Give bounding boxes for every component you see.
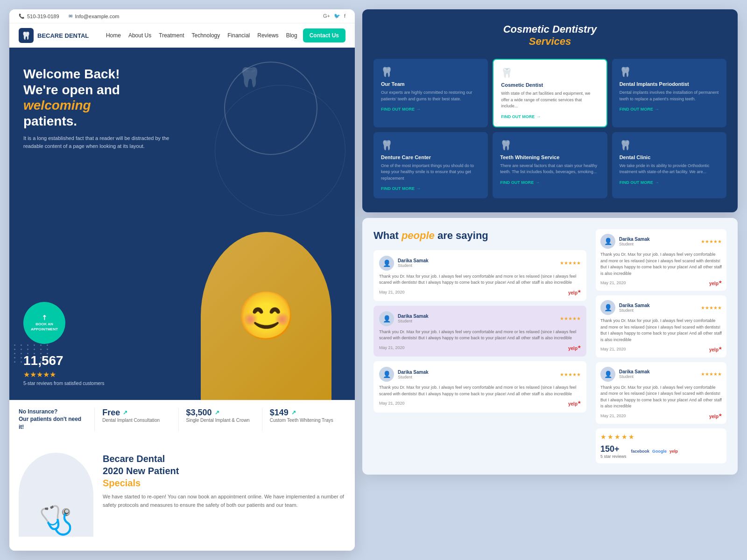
right-review-footer-2: May 21, 2020 yelp★ <box>600 413 722 419</box>
reviewer-role-2: Student <box>398 375 556 379</box>
yelp-badge-1: yelp★ <box>568 344 581 351</box>
service-icon-0: 🦷 <box>381 66 480 77</box>
info-free: Free ↗ Dental Implant Consultation <box>95 408 178 431</box>
hero-title-line3: patients. <box>23 114 77 128</box>
email-address: Info@example.com <box>75 14 120 19</box>
reviewer-info-2: Darika Samak Student <box>398 370 556 379</box>
nav-blog[interactable]: Blog <box>286 32 297 39</box>
nav-treatment[interactable]: Treatment <box>159 32 184 39</box>
info-free-desc: Dental Implant Consultation <box>102 418 170 423</box>
info-whitening-desc: Custom Teeth Whitening Trays <box>270 418 338 423</box>
reviewer-avatar-0: 👤 <box>379 256 394 271</box>
google-plus-link[interactable]: G+ <box>323 13 330 19</box>
service-text-5: We take pride in its ability to provide … <box>620 163 719 175</box>
info-implant: $3,500 ↗ Single Dental Implant & Crown <box>179 408 262 431</box>
top-bar: 📞 510-319-0189 ✉ Info@example.com G+ 🐦 f <box>9 9 355 23</box>
bottom-stats: 150+ 5 star reviews facebook Google yelp <box>600 444 722 459</box>
find-out-1[interactable]: FIND OUT MORE → <box>501 114 599 119</box>
find-out-4[interactable]: FIND OUT MORE → <box>500 180 599 185</box>
facebook-link[interactable]: f <box>344 13 345 19</box>
info-bar: No Insurance? Our patients don't need it… <box>9 400 355 439</box>
right-reviewer-role-2: Student <box>619 374 697 379</box>
new-patient-title: Becare Dental 2020 New Patient Specials <box>103 453 345 489</box>
reviewer-name-2: Darika Samak <box>398 370 556 375</box>
right-yelp-badge-0: yelp★ <box>709 280 722 286</box>
info-implant-value: $3,500 ↗ <box>186 408 254 418</box>
service-text-2: Dental implants involves the installatio… <box>620 90 719 102</box>
hero-person-image: 😊 <box>201 232 331 400</box>
review-text-1: Thank you Dr. Max for your job. I always… <box>379 329 581 342</box>
new-patient-content: Becare Dental 2020 New Patient Specials … <box>103 453 345 509</box>
right-reviewer-avatar-1: 👤 <box>600 300 615 315</box>
find-out-5[interactable]: FIND OUT MORE → <box>620 180 719 185</box>
reviewer-name-0: Darika Samak <box>398 258 556 263</box>
left-panel: 📞 510-319-0189 ✉ Info@example.com G+ 🐦 f… <box>9 9 355 551</box>
reviews-right: 👤 Darika Samak Student ★★★★★ Thank you D… <box>596 229 726 463</box>
right-review-date-0: May 21, 2020 <box>600 280 626 285</box>
hero-title: Welcome Back! We're open and welcoming p… <box>23 66 173 129</box>
book-appointment-button[interactable]: ↗ BOOK AN APPOINTMENT <box>23 302 65 344</box>
review-header-2: 👤 Darika Samak Student ★★★★★ <box>379 367 581 382</box>
find-out-0[interactable]: FIND OUT MORE → <box>381 107 480 112</box>
hero-title-line2: We're open and <box>23 83 120 97</box>
free-arrow-icon: ↗ <box>123 409 127 416</box>
twitter-link[interactable]: 🐦 <box>334 13 340 19</box>
review-date-1: May 21, 2020 <box>379 345 405 350</box>
right-panel: Cosmetic Dentistry Services 🦷 Our Team O… <box>362 9 738 551</box>
service-title-5: Dental Clinic <box>620 154 719 160</box>
logo-icon: 🦷 <box>19 28 34 43</box>
right-review-text-0: Thank you Dr. Max for your job. I always… <box>600 252 722 277</box>
phone-number: 510-319-0189 <box>27 14 59 19</box>
hero-title-line1: Welcome Back! <box>23 67 120 81</box>
review-text-2: Thank you Dr. Max for your job. I always… <box>379 385 581 397</box>
right-review-stars-2: ★★★★★ <box>701 371 722 377</box>
review-date-2: May 21, 2020 <box>379 401 405 406</box>
email-icon: ✉ <box>69 14 72 19</box>
book-arrow-icon: ↗ <box>40 313 49 322</box>
circle-decoration-2 <box>215 85 345 216</box>
right-review-header-0: 👤 Darika Samak Student ★★★★★ <box>600 234 722 249</box>
nav-about[interactable]: About Us <box>128 32 151 39</box>
review-stars-1: ★★★★★ <box>560 316 581 321</box>
service-card-3[interactable]: 🦷 Denture Care Center One of the most im… <box>374 132 488 199</box>
info-whitening-value: $149 ↗ <box>270 408 338 418</box>
hero-subtitle: It is a long established fact that a rea… <box>23 134 173 150</box>
right-review-card-2: 👤 Darika Samak Student ★★★★★ Thank you D… <box>596 362 726 424</box>
review-label: 5 star reviews <box>600 454 627 459</box>
nav-home[interactable]: Home <box>106 32 121 39</box>
nav-reviews[interactable]: Reviews <box>257 32 278 39</box>
reviewer-name-1: Darika Samak <box>398 314 556 319</box>
reviews-section: What people are saying 👤 Darika Samak St… <box>362 218 738 475</box>
nav-financial[interactable]: Financial <box>227 32 250 39</box>
yelp-badge-bottom: yelp <box>669 449 678 454</box>
service-card-5[interactable]: 🦷 Dental Clinic We take pride in its abi… <box>612 132 726 199</box>
service-card-2[interactable]: 🦷 Dental Implants Periodontist Dental im… <box>612 59 726 127</box>
reviews-left: What people are saying 👤 Darika Samak St… <box>374 229 586 463</box>
email-contact: ✉ Info@example.com <box>69 14 120 19</box>
service-icon-2: 🦷 <box>620 66 719 77</box>
review-count-block: 150+ 5 star reviews <box>600 444 627 459</box>
review-footer-1: May 21, 2020 yelp★ <box>379 344 581 351</box>
reviewer-avatar-2: 👤 <box>379 367 394 382</box>
service-card-1[interactable]: 🦷 Cosmetic Dentist With state of the art… <box>493 59 607 127</box>
services-section: Cosmetic Dentistry Services 🦷 Our Team O… <box>362 9 738 212</box>
find-out-3[interactable]: FIND OUT MORE → <box>381 186 480 191</box>
find-out-2[interactable]: FIND OUT MORE → <box>620 107 719 112</box>
reviewer-avatar-1: 👤 <box>379 311 394 326</box>
service-card-0[interactable]: 🦷 Our Team Our experts are highly commit… <box>374 59 488 127</box>
contact-us-button[interactable]: Contact Us <box>303 28 345 42</box>
info-free-value: Free ↗ <box>102 408 170 418</box>
nav-bar: 🦷 BECARE DENTAL Home About Us Treatment … <box>9 23 355 48</box>
right-reviewer-avatar-2: 👤 <box>600 367 615 382</box>
google-badge: Google <box>652 449 667 454</box>
services-highlight: Services <box>529 35 571 47</box>
right-review-header-1: 👤 Darika Samak Student ★★★★★ <box>600 300 722 315</box>
service-text-4: There are several factors that can stain… <box>500 163 599 175</box>
right-review-text-1: Thank you Dr. Max for your job. I always… <box>600 318 722 343</box>
nav-technology[interactable]: Technology <box>192 32 220 39</box>
service-card-4[interactable]: 🦷 Teeth Whitening Service There are seve… <box>493 132 607 199</box>
logo[interactable]: 🦷 BECARE DENTAL <box>19 28 89 43</box>
facebook-badge: facebook <box>631 449 650 454</box>
reviewer-role-1: Student <box>398 319 556 323</box>
review-text-0: Thank you Dr. Max for your job. I always… <box>379 273 581 286</box>
